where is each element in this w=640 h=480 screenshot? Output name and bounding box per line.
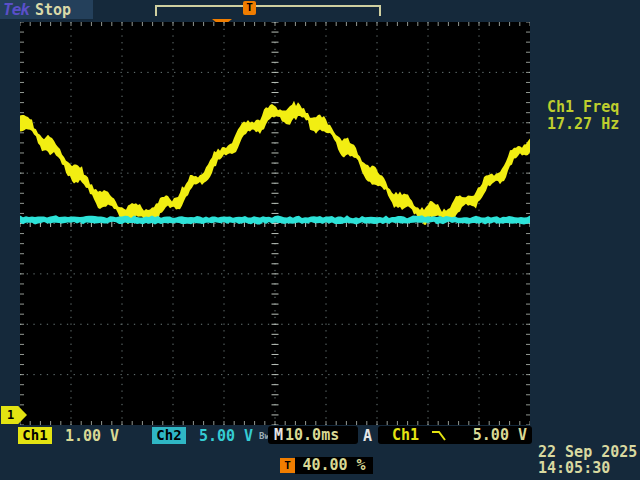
measurement-label: Ch1 Freq [547, 99, 619, 116]
ch2-badge: Ch2 [152, 427, 186, 444]
record-trigger-flag-icon: T [243, 1, 256, 15]
oscilloscope-screen: { "header": { "logo": "Tek", "status": "… [0, 0, 640, 480]
date-text: 22 Sep 2025 [538, 444, 637, 460]
falling-edge-icon [431, 428, 447, 442]
measurement-readout: Ch1 Freq 17.27 Hz [547, 99, 619, 133]
graticule [20, 22, 530, 425]
timebase-label: M [274, 426, 283, 444]
datetime-readout: 22 Sep 2025 14:05:30 [538, 444, 637, 476]
acquisition-status: Stop [35, 1, 71, 19]
trigger-source-label: Ch1 [392, 426, 419, 444]
timebase-readout: M 10.0ms [268, 426, 358, 444]
time-text: 14:05:30 [538, 460, 637, 476]
waveform-display [20, 22, 530, 425]
trigger-position-readout: 40.00 % [295, 457, 373, 474]
ch1-badge: Ch1 [18, 427, 52, 444]
trigger-position-badge-icon: T [280, 458, 295, 473]
ch2-scale-readout: 5.00 V [196, 427, 256, 445]
tek-logo: Tek [3, 0, 29, 19]
trigger-level-value: 5.00 V [473, 426, 527, 444]
timebase-value: 10.0ms [285, 426, 339, 444]
trigger-mode-label: A [363, 427, 372, 445]
ch1-scale-readout: 1.00 V [62, 427, 122, 445]
measurement-value: 17.27 Hz [547, 116, 619, 133]
record-view-bracket [155, 5, 381, 16]
trigger-readout: Ch1 5.00 V [378, 426, 532, 444]
